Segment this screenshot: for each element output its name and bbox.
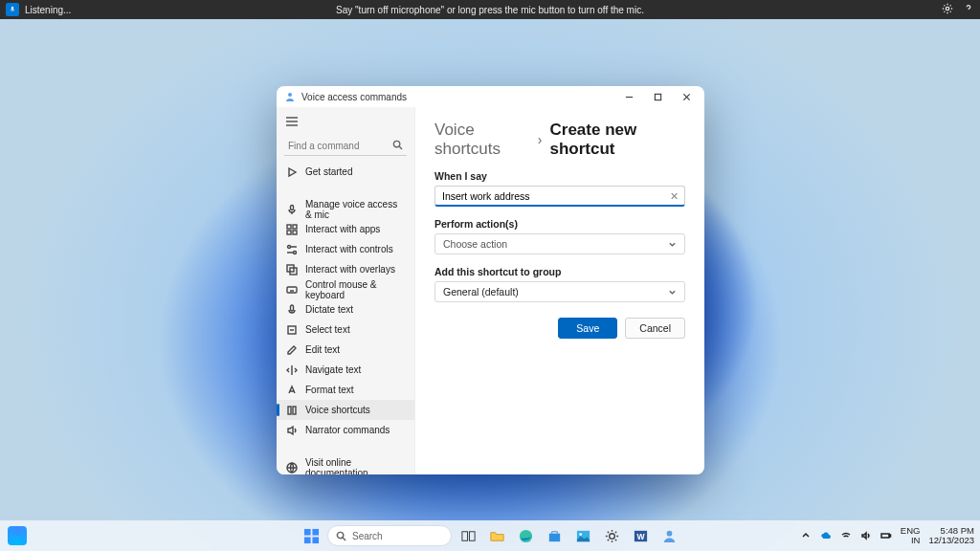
pinned-store[interactable] bbox=[542, 523, 567, 548]
wifi-icon[interactable] bbox=[840, 530, 852, 541]
svg-rect-49 bbox=[881, 534, 889, 538]
clock[interactable]: 5:48 PM 12/13/2023 bbox=[928, 526, 974, 545]
settings-button[interactable] bbox=[942, 3, 953, 16]
battery-icon[interactable] bbox=[880, 530, 892, 541]
keyboard-icon bbox=[286, 284, 298, 296]
svg-point-41 bbox=[519, 529, 531, 541]
grid-icon bbox=[286, 224, 298, 235]
volume-icon[interactable] bbox=[860, 530, 872, 541]
gear-icon bbox=[942, 3, 953, 14]
svg-rect-35 bbox=[303, 537, 310, 543]
minimize-button[interactable] bbox=[614, 86, 643, 107]
maximize-button[interactable] bbox=[643, 86, 672, 107]
mic-icon bbox=[9, 6, 16, 13]
nav-visit-docs[interactable]: Visit online documentation bbox=[277, 457, 414, 474]
system-tray[interactable]: ENG IN 5:48 PM 12/13/2023 bbox=[800, 526, 974, 545]
nav-select-text[interactable]: Select text bbox=[277, 320, 414, 340]
clear-input-button[interactable]: ✕ bbox=[668, 190, 679, 202]
app-icon bbox=[284, 91, 296, 102]
nav-dictate-text[interactable]: Dictate text bbox=[277, 299, 414, 320]
pinned-explorer[interactable] bbox=[484, 523, 509, 548]
voice-access-bar: Listening... Say "turn off microphone" o… bbox=[0, 0, 980, 19]
maximize-icon bbox=[654, 93, 662, 101]
folder-icon bbox=[489, 528, 505, 544]
command-search[interactable] bbox=[284, 136, 407, 156]
hamburger-icon bbox=[286, 117, 298, 126]
nav-interact-overlays[interactable]: Interact with overlays bbox=[277, 259, 414, 279]
nav-format-text[interactable]: Format text bbox=[277, 380, 414, 400]
choose-action-dropdown[interactable]: Choose action bbox=[434, 233, 685, 254]
window-title: Voice access commands bbox=[301, 92, 407, 102]
nav-navigate-text[interactable]: Navigate text bbox=[277, 360, 414, 380]
svg-rect-3 bbox=[655, 94, 660, 99]
nav-get-started[interactable]: Get started bbox=[277, 162, 414, 182]
taskbar-search[interactable]: Search bbox=[327, 525, 452, 546]
breadcrumb-parent[interactable]: Voice shortcuts bbox=[434, 121, 530, 159]
format-icon bbox=[286, 385, 298, 396]
svg-rect-16 bbox=[293, 231, 297, 234]
pinned-edge[interactable] bbox=[513, 523, 538, 548]
controls-icon bbox=[286, 244, 298, 255]
group-label: Add this shortcut to group bbox=[434, 266, 685, 277]
svg-point-19 bbox=[294, 251, 297, 253]
help-icon bbox=[963, 3, 974, 14]
group-dropdown[interactable]: General (default) bbox=[434, 281, 685, 302]
when-i-say-input[interactable] bbox=[434, 186, 685, 207]
nav-interact-apps[interactable]: Interact with apps bbox=[277, 219, 414, 239]
titlebar[interactable]: Voice access commands bbox=[277, 86, 704, 107]
close-button[interactable] bbox=[672, 86, 701, 107]
nav-manage-voice-mic[interactable]: Manage voice access & mic bbox=[277, 199, 414, 219]
svg-point-45 bbox=[609, 533, 614, 539]
svg-rect-23 bbox=[287, 287, 297, 293]
nav-edit-text[interactable]: Edit text bbox=[277, 340, 414, 360]
minimize-icon bbox=[625, 93, 634, 101]
svg-rect-31 bbox=[293, 407, 296, 414]
svg-rect-13 bbox=[287, 225, 291, 229]
word-icon: W bbox=[633, 528, 649, 544]
voice-hint: Say "turn off microphone" or long press … bbox=[336, 5, 644, 15]
chevron-up-icon[interactable] bbox=[800, 530, 812, 541]
sidebar: Get started Manage voice access & mic In… bbox=[277, 107, 415, 474]
nav-voice-shortcuts[interactable]: Voice shortcuts bbox=[277, 400, 414, 420]
chevron-down-icon bbox=[668, 288, 677, 297]
search-icon bbox=[336, 531, 346, 541]
pinned-voice-access[interactable] bbox=[657, 523, 681, 548]
search-input[interactable] bbox=[284, 137, 407, 156]
nav-mouse-keyboard[interactable]: Control mouse & keyboard bbox=[277, 279, 414, 299]
svg-rect-28 bbox=[291, 305, 294, 311]
pinned-settings[interactable] bbox=[599, 523, 624, 548]
nav-toggle[interactable] bbox=[277, 109, 414, 132]
narrator-icon bbox=[286, 425, 298, 436]
task-view-button[interactable] bbox=[456, 523, 480, 548]
widgets-button[interactable] bbox=[8, 526, 27, 545]
mic-button[interactable] bbox=[6, 3, 19, 16]
svg-rect-15 bbox=[287, 231, 291, 234]
windows-icon bbox=[303, 528, 320, 544]
svg-point-0 bbox=[946, 7, 948, 10]
nav-narrator-commands[interactable]: Narrator commands bbox=[277, 420, 414, 440]
cancel-button[interactable]: Cancel bbox=[625, 318, 685, 339]
svg-line-10 bbox=[399, 146, 402, 149]
main-pane: Voice shortcuts › Create new shortcut Wh… bbox=[415, 107, 704, 474]
dictate-icon bbox=[286, 304, 298, 316]
svg-rect-36 bbox=[312, 537, 319, 543]
pinned-word[interactable]: W bbox=[628, 523, 653, 548]
onedrive-icon[interactable] bbox=[820, 530, 832, 541]
pinned-photos[interactable] bbox=[570, 523, 595, 548]
store-icon bbox=[546, 528, 563, 544]
svg-marker-11 bbox=[289, 168, 296, 176]
taskbar: Search W ENG IN 5:48 PM 12/13/2023 bbox=[0, 520, 980, 551]
svg-rect-42 bbox=[548, 533, 559, 541]
select-text-icon bbox=[286, 324, 298, 336]
photos-icon bbox=[575, 528, 591, 544]
mic-settings-icon bbox=[286, 204, 298, 215]
navigate-icon bbox=[286, 364, 298, 376]
start-button[interactable] bbox=[299, 523, 323, 548]
globe-icon bbox=[286, 462, 298, 474]
voice-access-icon bbox=[661, 528, 678, 544]
language-indicator[interactable]: ENG IN bbox=[901, 526, 921, 545]
svg-rect-50 bbox=[889, 535, 890, 537]
help-button[interactable] bbox=[963, 3, 974, 16]
save-button[interactable]: Save bbox=[558, 318, 617, 339]
nav-interact-controls[interactable]: Interact with controls bbox=[277, 239, 414, 259]
